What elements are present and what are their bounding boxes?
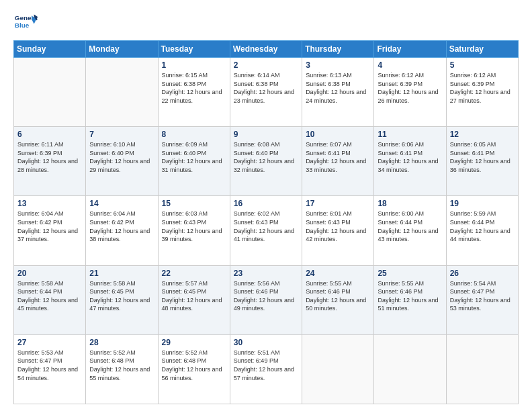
day-number: 13 bbox=[17, 199, 82, 208]
day-of-week-header: Wednesday bbox=[230, 41, 302, 58]
calendar-cell: 21Sunrise: 5:58 AM Sunset: 6:45 PM Dayli… bbox=[86, 265, 158, 334]
calendar-week-row: 27Sunrise: 5:53 AM Sunset: 6:47 PM Dayli… bbox=[14, 334, 519, 404]
day-info: Sunrise: 6:12 AM Sunset: 6:39 PM Dayligh… bbox=[450, 71, 515, 105]
calendar-cell: 12Sunrise: 6:05 AM Sunset: 6:41 PM Dayli… bbox=[446, 127, 518, 196]
day-of-week-header: Thursday bbox=[302, 41, 374, 58]
day-info: Sunrise: 5:55 AM Sunset: 6:46 PM Dayligh… bbox=[378, 279, 442, 313]
day-info: Sunrise: 6:03 AM Sunset: 6:43 PM Dayligh… bbox=[162, 210, 226, 243]
day-number: 25 bbox=[378, 269, 442, 278]
day-info: Sunrise: 6:12 AM Sunset: 6:39 PM Dayligh… bbox=[378, 71, 442, 105]
calendar-cell: 29Sunrise: 5:52 AM Sunset: 6:48 PM Dayli… bbox=[158, 334, 230, 404]
day-number: 2 bbox=[234, 60, 298, 70]
day-number: 3 bbox=[306, 60, 370, 70]
day-of-week-header: Monday bbox=[86, 41, 158, 58]
calendar-cell: 3Sunrise: 6:13 AM Sunset: 6:38 PM Daylig… bbox=[302, 58, 374, 127]
day-info: Sunrise: 6:13 AM Sunset: 6:38 PM Dayligh… bbox=[306, 71, 370, 105]
day-number: 15 bbox=[162, 199, 226, 208]
day-info: Sunrise: 5:59 AM Sunset: 6:44 PM Dayligh… bbox=[450, 210, 515, 243]
day-info: Sunrise: 6:08 AM Sunset: 6:40 PM Dayligh… bbox=[234, 140, 298, 174]
calendar-cell bbox=[86, 58, 158, 127]
day-info: Sunrise: 6:09 AM Sunset: 6:40 PM Dayligh… bbox=[162, 140, 226, 174]
day-number: 29 bbox=[162, 338, 226, 347]
day-number: 8 bbox=[162, 130, 226, 139]
calendar-cell: 24Sunrise: 5:55 AM Sunset: 6:46 PM Dayli… bbox=[302, 265, 374, 334]
day-info: Sunrise: 5:54 AM Sunset: 6:47 PM Dayligh… bbox=[450, 279, 515, 313]
calendar-cell: 6Sunrise: 6:11 AM Sunset: 6:39 PM Daylig… bbox=[14, 127, 86, 196]
day-number: 24 bbox=[306, 269, 370, 278]
day-of-week-header: Sunday bbox=[14, 41, 86, 58]
calendar-cell: 11Sunrise: 6:06 AM Sunset: 6:41 PM Dayli… bbox=[374, 127, 446, 196]
calendar-cell: 25Sunrise: 5:55 AM Sunset: 6:46 PM Dayli… bbox=[374, 265, 446, 334]
page: General Blue SundayMondayTuesdayWednesda… bbox=[0, 0, 532, 411]
day-info: Sunrise: 6:06 AM Sunset: 6:41 PM Dayligh… bbox=[378, 140, 442, 174]
calendar-cell: 9Sunrise: 6:08 AM Sunset: 6:40 PM Daylig… bbox=[230, 127, 302, 196]
day-info: Sunrise: 5:51 AM Sunset: 6:49 PM Dayligh… bbox=[234, 349, 298, 382]
day-number: 19 bbox=[450, 199, 515, 208]
day-number: 4 bbox=[378, 60, 442, 70]
day-number: 9 bbox=[234, 130, 298, 139]
day-info: Sunrise: 5:52 AM Sunset: 6:48 PM Dayligh… bbox=[162, 349, 226, 382]
day-info: Sunrise: 5:58 AM Sunset: 6:45 PM Dayligh… bbox=[89, 279, 154, 313]
calendar-week-row: 20Sunrise: 5:58 AM Sunset: 6:44 PM Dayli… bbox=[14, 265, 519, 334]
day-number: 10 bbox=[306, 130, 370, 139]
day-info: Sunrise: 5:55 AM Sunset: 6:46 PM Dayligh… bbox=[306, 279, 370, 313]
calendar-week-row: 1Sunrise: 6:15 AM Sunset: 6:38 PM Daylig… bbox=[14, 58, 519, 127]
day-info: Sunrise: 5:53 AM Sunset: 6:47 PM Dayligh… bbox=[17, 349, 82, 382]
calendar-cell: 15Sunrise: 6:03 AM Sunset: 6:43 PM Dayli… bbox=[158, 196, 230, 265]
calendar-table: SundayMondayTuesdayWednesdayThursdayFrid… bbox=[13, 40, 519, 404]
day-number: 12 bbox=[450, 130, 515, 139]
day-info: Sunrise: 6:10 AM Sunset: 6:40 PM Dayligh… bbox=[89, 140, 154, 174]
day-of-week-header: Tuesday bbox=[158, 41, 230, 58]
calendar-cell: 4Sunrise: 6:12 AM Sunset: 6:39 PM Daylig… bbox=[374, 58, 446, 127]
svg-text:Blue: Blue bbox=[15, 21, 30, 29]
day-of-week-header: Saturday bbox=[446, 41, 518, 58]
day-info: Sunrise: 6:00 AM Sunset: 6:44 PM Dayligh… bbox=[378, 210, 442, 243]
day-info: Sunrise: 6:15 AM Sunset: 6:38 PM Dayligh… bbox=[162, 71, 226, 105]
day-info: Sunrise: 5:52 AM Sunset: 6:48 PM Dayligh… bbox=[89, 349, 154, 382]
calendar-cell: 19Sunrise: 5:59 AM Sunset: 6:44 PM Dayli… bbox=[446, 196, 518, 265]
day-number: 7 bbox=[89, 130, 154, 139]
calendar-week-row: 13Sunrise: 6:04 AM Sunset: 6:42 PM Dayli… bbox=[14, 196, 519, 265]
calendar-cell: 1Sunrise: 6:15 AM Sunset: 6:38 PM Daylig… bbox=[158, 58, 230, 127]
day-info: Sunrise: 6:04 AM Sunset: 6:42 PM Dayligh… bbox=[89, 210, 154, 243]
day-info: Sunrise: 5:57 AM Sunset: 6:45 PM Dayligh… bbox=[162, 279, 226, 313]
day-number: 5 bbox=[450, 60, 515, 70]
calendar-cell: 7Sunrise: 6:10 AM Sunset: 6:40 PM Daylig… bbox=[86, 127, 158, 196]
calendar-cell: 26Sunrise: 5:54 AM Sunset: 6:47 PM Dayli… bbox=[446, 265, 518, 334]
day-number: 18 bbox=[378, 199, 442, 208]
day-number: 30 bbox=[234, 338, 298, 347]
day-number: 20 bbox=[17, 269, 82, 278]
day-info: Sunrise: 6:07 AM Sunset: 6:41 PM Dayligh… bbox=[306, 140, 370, 174]
day-number: 17 bbox=[306, 199, 370, 208]
day-number: 23 bbox=[234, 269, 298, 278]
calendar-cell: 27Sunrise: 5:53 AM Sunset: 6:47 PM Dayli… bbox=[14, 334, 86, 404]
calendar-cell: 28Sunrise: 5:52 AM Sunset: 6:48 PM Dayli… bbox=[86, 334, 158, 404]
calendar-cell bbox=[302, 334, 374, 404]
day-info: Sunrise: 5:58 AM Sunset: 6:44 PM Dayligh… bbox=[17, 279, 82, 313]
day-info: Sunrise: 6:01 AM Sunset: 6:43 PM Dayligh… bbox=[306, 210, 370, 243]
calendar-cell: 16Sunrise: 6:02 AM Sunset: 6:43 PM Dayli… bbox=[230, 196, 302, 265]
day-of-week-header: Friday bbox=[374, 41, 446, 58]
calendar-cell: 10Sunrise: 6:07 AM Sunset: 6:41 PM Dayli… bbox=[302, 127, 374, 196]
calendar-cell bbox=[446, 334, 518, 404]
day-info: Sunrise: 6:14 AM Sunset: 6:38 PM Dayligh… bbox=[234, 71, 298, 105]
day-number: 16 bbox=[234, 199, 298, 208]
day-info: Sunrise: 5:56 AM Sunset: 6:46 PM Dayligh… bbox=[234, 279, 298, 313]
calendar-cell: 2Sunrise: 6:14 AM Sunset: 6:38 PM Daylig… bbox=[230, 58, 302, 127]
day-number: 1 bbox=[162, 60, 226, 70]
calendar-cell: 14Sunrise: 6:04 AM Sunset: 6:42 PM Dayli… bbox=[86, 196, 158, 265]
logo: General Blue bbox=[13, 11, 38, 35]
day-number: 11 bbox=[378, 130, 442, 139]
calendar-cell: 30Sunrise: 5:51 AM Sunset: 6:49 PM Dayli… bbox=[230, 334, 302, 404]
day-info: Sunrise: 6:04 AM Sunset: 6:42 PM Dayligh… bbox=[17, 210, 82, 243]
calendar-cell: 5Sunrise: 6:12 AM Sunset: 6:39 PM Daylig… bbox=[446, 58, 518, 127]
calendar-cell: 22Sunrise: 5:57 AM Sunset: 6:45 PM Dayli… bbox=[158, 265, 230, 334]
calendar-cell bbox=[14, 58, 86, 127]
day-number: 22 bbox=[162, 269, 226, 278]
header: General Blue bbox=[13, 11, 519, 35]
day-number: 21 bbox=[89, 269, 154, 278]
calendar-cell: 18Sunrise: 6:00 AM Sunset: 6:44 PM Dayli… bbox=[374, 196, 446, 265]
calendar-week-row: 6Sunrise: 6:11 AM Sunset: 6:39 PM Daylig… bbox=[14, 127, 519, 196]
calendar-cell: 20Sunrise: 5:58 AM Sunset: 6:44 PM Dayli… bbox=[14, 265, 86, 334]
calendar-cell: 13Sunrise: 6:04 AM Sunset: 6:42 PM Dayli… bbox=[14, 196, 86, 265]
